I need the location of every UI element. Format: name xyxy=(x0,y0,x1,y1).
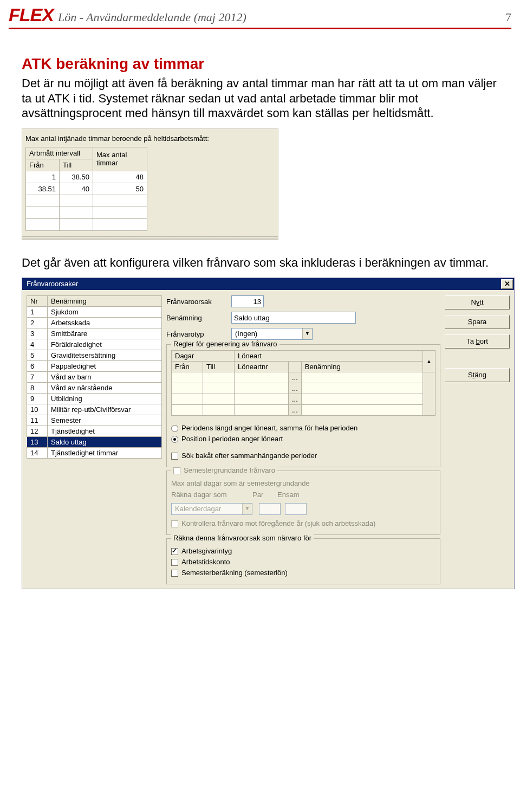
list-item[interactable]: 13Saldo uttag xyxy=(27,437,162,448)
list-item[interactable]: 9Utbildning xyxy=(27,394,162,404)
chevron-down-icon: ▼ xyxy=(302,328,312,339)
paragraph-2: Det går även att konfigurera vilken från… xyxy=(22,255,498,270)
absence-list: Nr Benämning 1Sjukdom2Arbetsskada3Smittb… xyxy=(27,295,162,584)
dialog-titlebar: Frånvaroorsaker ✕ xyxy=(22,278,514,290)
franvarotyp-label: Frånvarotyp xyxy=(166,330,231,338)
rakna-label: Räkna dagar som xyxy=(171,491,252,499)
check-search-back[interactable]: Sök bakåt efter sammanhängande perioder xyxy=(171,452,435,460)
list-item[interactable]: 1Sjukdom xyxy=(27,307,162,318)
semester-group: Semestergrundande frånvaro Max antal dag… xyxy=(166,471,440,535)
ensam-input xyxy=(285,503,307,515)
interval-caption: Max antal intjänade timmar beroende på h… xyxy=(22,129,278,147)
chevron-down-icon: ▼ xyxy=(242,504,252,514)
stang-button[interactable]: Stäng xyxy=(445,368,510,382)
rules-group: Regler för generering av frånvaro Dagar … xyxy=(166,344,440,467)
ensam-label: Ensam xyxy=(277,491,299,499)
logo: FLEX xyxy=(9,4,54,25)
list-item[interactable]: 6Pappaledighet xyxy=(27,361,162,372)
interval-group-header: Arbmått intervall xyxy=(26,147,93,159)
check-kontrollera: Kontrollera frånvaro mot föregående år (… xyxy=(171,519,435,527)
check-arbetsgivarintyg[interactable]: Arbetsgivarintyg xyxy=(171,547,435,555)
table-row: 38.514050 xyxy=(26,183,147,195)
divider xyxy=(22,238,278,240)
interval-table: Arbmått intervall Max antal timmar Från … xyxy=(25,147,147,231)
table-row: ... xyxy=(172,394,435,405)
list-item[interactable]: 8Vård av närstående xyxy=(27,383,162,394)
list-item[interactable]: 2Arbetsskada xyxy=(27,318,162,328)
table-row: ... xyxy=(172,383,435,394)
rules-table: Dagar Löneart ▲ Från Till Löneartnr Benä… xyxy=(171,350,435,416)
list-item[interactable]: 5Graviditetsersättning xyxy=(27,350,162,361)
close-icon[interactable]: ✕ xyxy=(501,279,513,289)
franvaroorsak-label: Frånvaroorsak xyxy=(166,298,231,306)
list-header-nr: Nr xyxy=(27,296,48,307)
check-semester[interactable] xyxy=(173,467,180,474)
spara-button[interactable]: Spara xyxy=(445,315,510,329)
table-row: ... xyxy=(172,405,435,416)
ellipsis-button[interactable]: ... xyxy=(289,405,302,416)
radio-period-length[interactable]: Periodens längd anger löneart, samma för… xyxy=(171,424,435,432)
par-input xyxy=(259,503,281,515)
franvaroorsak-input[interactable] xyxy=(231,295,264,307)
list-item[interactable]: 11Semester xyxy=(27,415,162,426)
table-row: ... xyxy=(172,372,435,383)
dialog-title: Frånvaroorsaker xyxy=(22,278,500,290)
paragraph-1: Det är nu möjligt att även få beräkning … xyxy=(22,76,498,121)
rules-group-title: Regler för generering av frånvaro xyxy=(171,340,280,348)
page-number: 7 xyxy=(505,10,511,24)
section-title: ATK beräkning av timmar xyxy=(22,55,498,73)
absence-dialog: Frånvaroorsaker ✕ Nr Benämning 1Sjukdom2… xyxy=(22,278,515,589)
header-divider xyxy=(9,28,511,29)
tabort-button[interactable]: Ta bort xyxy=(445,334,510,349)
rakna-combo: Kalenderdagar ▼ xyxy=(171,503,252,515)
table-row xyxy=(26,195,147,207)
sem-max-label: Max antal dagar som är semestergrundande xyxy=(171,479,435,487)
interval-till-header: Till xyxy=(60,159,93,171)
list-item[interactable]: 10Militär rep-utb/Civilförsvar xyxy=(27,404,162,415)
benamning-label: Benämning xyxy=(166,314,231,322)
check-semesterberakning[interactable]: Semesterberäkning (semesterlön) xyxy=(171,569,435,577)
ellipsis-button[interactable]: ... xyxy=(289,394,302,405)
list-item[interactable]: 14Tjänstledighet timmar xyxy=(27,448,162,459)
ellipsis-button[interactable]: ... xyxy=(289,372,302,383)
header-subtitle: Lön - Användarmeddelande (maj 2012) xyxy=(58,10,505,24)
narvaro-group: Räkna denna frånvaroorsak som närvaro fö… xyxy=(166,538,440,584)
table-row xyxy=(26,218,147,230)
ellipsis-button[interactable]: ... xyxy=(289,383,302,394)
list-header-ben: Benämning xyxy=(48,296,162,307)
benamning-input[interactable] xyxy=(231,312,356,324)
interval-fran-header: Från xyxy=(26,159,60,171)
narvaro-group-title: Räkna denna frånvaroorsak som närvaro fö… xyxy=(171,534,314,542)
list-item[interactable]: 12Tjänstledighet xyxy=(27,426,162,437)
page-header: FLEX Lön - Användarmeddelande (maj 2012)… xyxy=(0,0,520,28)
list-item[interactable]: 3Smittbärare xyxy=(27,328,162,339)
nytt-button[interactable]: Nytt xyxy=(445,295,510,310)
check-arbetstidskonto[interactable]: Arbetstidskonto xyxy=(171,558,435,566)
par-label: Par xyxy=(252,491,277,499)
radio-position[interactable]: Position i perioden anger löneart xyxy=(171,435,435,443)
list-item[interactable]: 4Föräldraledighet xyxy=(27,339,162,350)
franvarotyp-combo[interactable]: (Ingen) ▼ xyxy=(231,328,313,340)
table-row xyxy=(26,207,147,218)
scroll-up-icon[interactable]: ▲ xyxy=(423,351,435,372)
list-item[interactable]: 7Vård av barn xyxy=(27,372,162,383)
table-row: 138.5048 xyxy=(26,171,147,183)
interval-panel: Max antal intjänade timmar beroende på h… xyxy=(22,128,278,240)
interval-max-header: Max antal timmar xyxy=(93,147,147,171)
